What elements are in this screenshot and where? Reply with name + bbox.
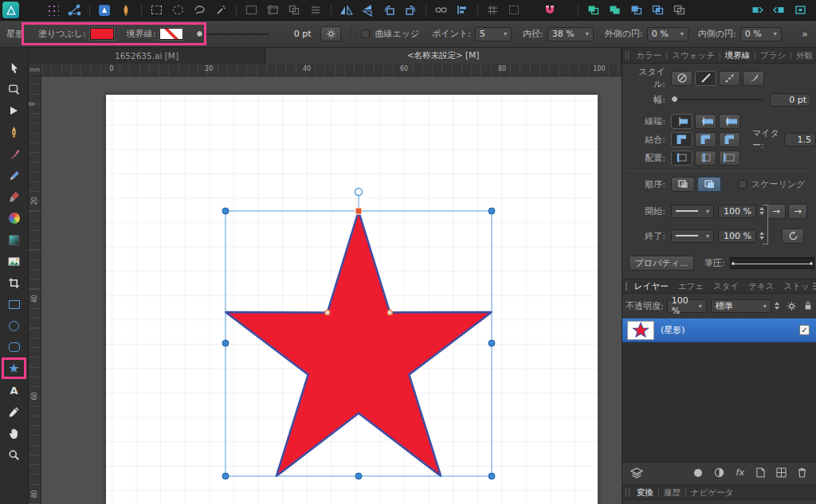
panel-grip[interactable] [626,488,630,497]
document-tab-inactive[interactable]: 1652635.ai [M] [29,48,265,64]
boolean-add-icon[interactable] [606,3,622,18]
points-dropdown[interactable]: 5 ▾ [475,27,512,41]
tab-color[interactable]: カラー [633,50,665,61]
guides-icon[interactable] [308,3,324,18]
snap-options-icon[interactable] [506,3,522,18]
fill-color-swatch[interactable] [90,28,114,40]
place-image-tool[interactable] [4,252,25,270]
rectangle-tool[interactable] [4,295,25,313]
adjustment-icon[interactable] [690,466,706,480]
tab-transform[interactable]: 変換 [634,487,657,498]
designer-persona-icon[interactable] [96,3,112,18]
marquee-ellipse-icon[interactable] [170,3,186,18]
color-picker-tool[interactable] [4,403,25,420]
boolean-intersect-icon[interactable] [649,3,665,18]
insert-behind-icon[interactable] [749,3,765,18]
view-tool[interactable] [4,424,25,442]
insert-inside-icon[interactable] [792,3,808,18]
color-dots-icon[interactable] [45,3,61,18]
context-overflow-chevron[interactable]: » [802,28,808,40]
layer-visibility-checkbox[interactable]: ✓ [799,325,810,335]
duplicate-icon[interactable] [585,3,601,18]
cap-square-button[interactable] [719,114,740,129]
order-behind-button[interactable] [671,177,695,192]
flip-vertical-icon[interactable] [359,3,375,18]
magic-wand-icon[interactable] [213,3,229,18]
stroke-style-none-button[interactable] [671,71,692,86]
layer-settings-gear-icon[interactable] [784,299,800,313]
tab-stroke[interactable]: 境界線 [722,50,754,61]
join-round-button[interactable] [695,132,716,147]
start-arrow-button[interactable]: → [767,204,786,219]
document-tab-active[interactable]: <名称未設定> [M] [265,48,622,64]
opacity-dropdown[interactable]: 100 % ▾ [667,299,707,313]
tab-brushes[interactable]: ブラシ [757,50,789,61]
inner-radius-dropdown[interactable]: 38 % ▾ [547,27,594,41]
cap-round-button[interactable] [695,114,716,129]
panel-menu-icon[interactable] [813,279,816,294]
order-front-button[interactable] [697,177,721,192]
lock-icon[interactable] [800,299,816,313]
crop-tool[interactable] [4,274,25,291]
insert-above-icon[interactable] [771,3,787,18]
lasso-icon[interactable] [191,3,207,18]
miter-value-input[interactable]: 1.5 [784,133,816,147]
pressure-handle[interactable] [732,262,735,265]
end-arrow-button[interactable]: → [788,204,807,219]
fx-effects-icon[interactable]: fx [732,466,747,480]
curve-edge-checkbox[interactable] [361,29,370,38]
frame-tool-icon[interactable] [243,3,259,18]
node-tool[interactable] [4,80,25,98]
star-apex-node[interactable] [355,208,362,214]
pressure-handle[interactable] [810,262,813,265]
pressure-profile-editor[interactable] [730,257,814,269]
start-scale-input[interactable]: 100 % [718,205,756,218]
artboard-icon[interactable] [265,3,280,18]
end-scale-input[interactable]: 100 % [718,229,756,243]
start-arrowhead-dropdown[interactable]: ▾ [671,205,714,218]
align-center-button[interactable] [671,150,692,166]
paint-brush-tool[interactable] [4,188,25,205]
pen-tool[interactable] [4,123,25,141]
tab-swatches[interactable]: スウォッチ [669,50,718,61]
snap-grid-icon[interactable] [484,3,500,18]
align-inside-button[interactable] [695,150,716,166]
star-inner-radius-node[interactable] [325,310,330,315]
star-shape[interactable] [226,211,492,476]
cap-butt-button[interactable] [671,114,692,129]
selection-handle-top-left[interactable] [222,208,229,214]
stroke-color-swatch[interactable] [159,28,183,40]
swap-arrowheads-button[interactable] [782,229,804,244]
slider-thumb[interactable] [196,30,203,37]
star-inner-radius-node[interactable] [387,310,392,315]
align-outside-button[interactable] [719,150,740,166]
mask-icon[interactable] [711,466,727,480]
ruler-unit-corner[interactable]: mm [29,64,41,76]
stroke-style-solid-button[interactable] [695,71,716,86]
tab-layers[interactable]: レイヤー [631,281,672,292]
rotate-ccw-icon[interactable] [381,3,397,18]
rotation-handle[interactable] [355,189,363,196]
panel-grip[interactable] [626,282,627,291]
layer-row-star[interactable]: (星形) ✓ [622,318,816,342]
point-transform-tool[interactable] [4,102,25,119]
node-graph-icon[interactable] [66,3,82,18]
selection-handle-bottom-right[interactable] [488,473,495,479]
tab-stock[interactable]: ストッ [781,281,813,292]
star-tool[interactable]: ★ [4,360,25,377]
stroke-style-dashed-button[interactable] [719,71,740,86]
selection-handle-bottom-left[interactable] [222,473,229,479]
new-group-icon[interactable] [773,466,789,480]
inner-circle-dropdown[interactable]: 0 % ▾ [740,27,782,41]
vector-brush-tool[interactable] [4,145,25,162]
tab-effects[interactable]: エフェ [675,281,707,292]
stroke-settings-button[interactable] [320,26,341,41]
scale-with-object-checkbox[interactable] [738,180,747,189]
stroke-width-value[interactable]: 0 pt [277,29,311,39]
selection-handle-mid-right[interactable] [488,340,495,346]
tab-text-styles[interactable]: テキス [745,281,777,292]
join-bevel-button[interactable] [719,132,740,147]
tab-styles[interactable]: スタイ [710,281,742,292]
outer-circle-dropdown[interactable]: 0 % ▾ [647,27,688,41]
marquee-rect-icon[interactable] [148,3,164,18]
